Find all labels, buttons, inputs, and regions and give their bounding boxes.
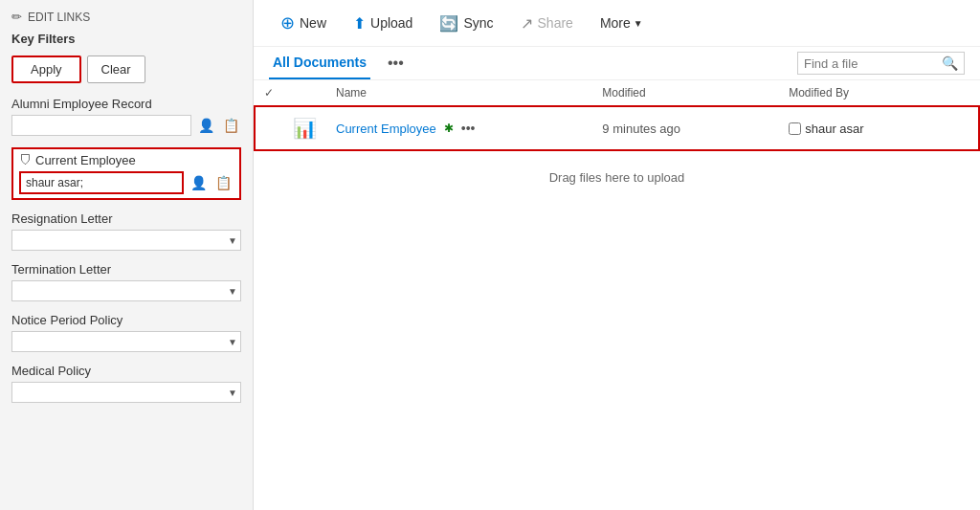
nav-bar: All Documents ••• 🔍 [254, 47, 980, 80]
more-label: More [600, 15, 631, 31]
modified-time: 9 minutes ago [602, 122, 680, 136]
new-button[interactable]: ⊕ New [269, 8, 338, 38]
share-button[interactable]: ↗ Share [509, 10, 585, 37]
resignation-section: Resignation Letter ▼ [11, 211, 241, 251]
upload-button[interactable]: ⬆ Upload [342, 10, 424, 37]
documents-table: ✓ Name Modified Modified By 📊 Current Em… [254, 80, 980, 151]
upload-label: Upload [370, 15, 412, 31]
notice-period-select-wrapper: ▼ [11, 331, 241, 352]
file-more-dots[interactable]: ••• [461, 121, 476, 136]
file-settings-icon: ✱ [444, 122, 454, 135]
notice-period-label: Notice Period Policy [11, 313, 241, 327]
notice-period-select[interactable] [11, 331, 241, 352]
clear-button[interactable]: Clear [87, 55, 145, 83]
alumni-employee-section: Alumni Employee Record 👤 📋 [11, 97, 241, 136]
modified-by-checkbox[interactable] [789, 122, 801, 135]
toolbar: ⊕ New ⬆ Upload 🔄 Sync ↗ Share More ▼ [254, 0, 980, 47]
medical-policy-select-wrapper: ▼ [11, 382, 241, 403]
medical-policy-label: Medical Policy [11, 364, 241, 378]
pencil-icon: ✏ [11, 10, 22, 24]
new-label: New [300, 15, 326, 31]
nav-more-dots[interactable]: ••• [382, 51, 410, 76]
col-file-icon [283, 80, 326, 106]
alumni-input-row: 👤 📋 [11, 115, 241, 136]
row-file-icon-cell: 📊 [283, 106, 326, 150]
apply-button[interactable]: Apply [11, 55, 81, 83]
alumni-list-icon[interactable]: 📋 [220, 115, 241, 136]
search-box: 🔍 [797, 52, 965, 75]
new-icon: ⊕ [280, 12, 295, 33]
share-label: Share [538, 15, 573, 31]
more-chevron-icon: ▼ [634, 18, 643, 29]
termination-label: Termination Letter [11, 262, 241, 277]
current-employee-list-icon[interactable]: 📋 [212, 172, 234, 193]
filter-buttons: Apply Clear [11, 55, 241, 83]
filter-funnel-icon: ⛉ [19, 153, 32, 167]
table-row[interactable]: 📊 Current Employee ✱ ••• 9 minutes ago [255, 106, 979, 150]
search-input[interactable] [804, 56, 938, 71]
upload-icon: ⬆ [353, 14, 366, 33]
sync-button[interactable]: 🔄 Sync [428, 10, 504, 37]
row-modified-cell: 9 minutes ago [592, 106, 779, 150]
termination-section: Termination Letter ▼ [11, 262, 241, 301]
col-modified-by: Modified By [779, 80, 979, 106]
search-icon[interactable]: 🔍 [942, 55, 958, 71]
all-documents-tab[interactable]: All Documents [269, 47, 370, 79]
modified-by-name: shaur asar [805, 122, 863, 136]
col-name: Name [326, 80, 592, 106]
row-modified-by-cell: shaur asar [779, 106, 979, 150]
current-employee-section: ⛉ Current Employee 👤 📋 [11, 147, 241, 200]
row-check-cell [255, 106, 283, 150]
medical-policy-section: Medical Policy ▼ [11, 364, 241, 403]
col-modified: Modified [592, 80, 779, 106]
resignation-select[interactable] [11, 230, 241, 251]
drag-hint: Drag files here to upload [254, 151, 980, 204]
medical-policy-select[interactable] [11, 382, 241, 403]
alumni-input[interactable] [11, 115, 191, 136]
more-button[interactable]: More ▼ [589, 11, 655, 35]
notice-period-section: Notice Period Policy ▼ [11, 313, 241, 352]
sidebar: ✏ EDIT LINKS Key Filters Apply Clear Alu… [0, 0, 254, 510]
current-employee-person-icon[interactable]: 👤 [188, 172, 209, 193]
alumni-label: Alumni Employee Record [11, 97, 241, 111]
resignation-label: Resignation Letter [11, 211, 241, 226]
key-filters-label: Key Filters [11, 32, 241, 50]
main-content: ⊕ New ⬆ Upload 🔄 Sync ↗ Share More ▼ All… [254, 0, 980, 510]
termination-select-wrapper: ▼ [11, 280, 241, 301]
share-icon: ↗ [521, 14, 533, 33]
sync-icon: 🔄 [439, 14, 458, 33]
current-employee-input-row: 👤 📋 [19, 171, 234, 194]
sync-label: Sync [463, 15, 493, 31]
file-name[interactable]: Current Employee [336, 122, 436, 136]
row-name-cell: Current Employee ✱ ••• [326, 106, 592, 150]
edit-links[interactable]: ✏ EDIT LINKS [11, 10, 241, 24]
termination-select[interactable] [11, 280, 241, 301]
current-employee-input[interactable] [19, 171, 184, 194]
resignation-select-wrapper: ▼ [11, 230, 241, 251]
documents-area: ✓ Name Modified Modified By 📊 Current Em… [254, 80, 980, 510]
excel-file-icon: 📊 [293, 118, 317, 139]
alumni-person-icon[interactable]: 👤 [195, 115, 216, 136]
col-check: ✓ [255, 80, 283, 106]
edit-links-label: EDIT LINKS [28, 11, 90, 24]
current-employee-label: ⛉ Current Employee [19, 153, 234, 167]
